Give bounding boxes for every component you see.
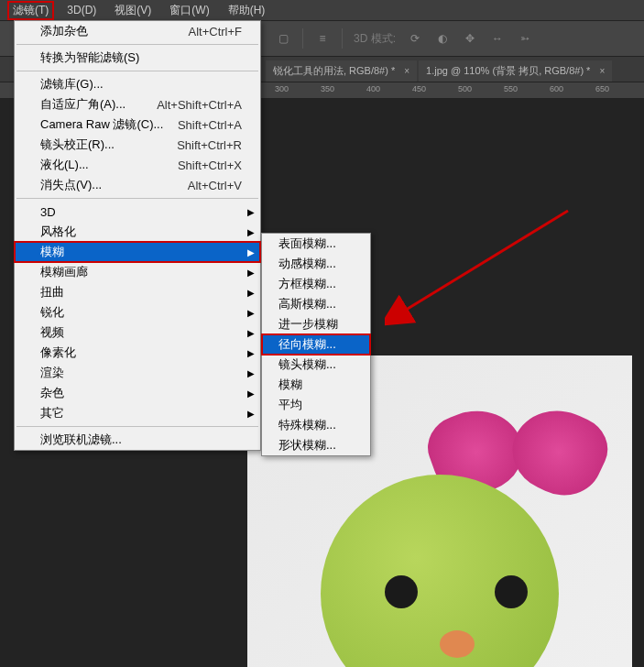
- menu-item[interactable]: 锐化▶: [15, 302, 260, 323]
- menu-shortcut: Alt+Ctrl+F: [188, 25, 242, 38]
- submenu-arrow-icon: ▶: [247, 308, 255, 318]
- menu-item-label: 扭曲: [40, 284, 64, 301]
- menu-item[interactable]: 模糊▶: [15, 242, 260, 262]
- menu-item-label: 消失点(V)...: [40, 177, 102, 193]
- menu-view[interactable]: 视图(V): [109, 1, 157, 20]
- submenu-item-label: 特殊模糊...: [278, 417, 336, 433]
- menu-item[interactable]: 浏览联机滤镜...: [15, 430, 260, 450]
- menu-item-label: 自适应广角(A)...: [40, 96, 126, 113]
- submenu-item[interactable]: 表面模糊...: [262, 234, 370, 254]
- menu-item[interactable]: 模糊画廊▶: [15, 262, 260, 282]
- menu-item-label: Camera Raw 滤镜(C)...: [40, 116, 163, 133]
- menu-item[interactable]: 视频▶: [15, 323, 260, 343]
- menu-item[interactable]: 转换为智能滤镜(S): [15, 48, 260, 68]
- submenu-item-label: 镜头模糊...: [278, 356, 336, 373]
- menu-item-label: 转换为智能滤镜(S): [40, 49, 139, 66]
- menu-item[interactable]: 液化(L)...Shift+Ctrl+X: [15, 155, 260, 175]
- submenu-item[interactable]: 径向模糊...: [262, 334, 370, 355]
- menu-shortcut: Alt+Shift+Ctrl+A: [157, 98, 242, 112]
- menu-help[interactable]: 帮助(H): [223, 1, 271, 20]
- 3d-mode-label: 3D 模式:: [354, 31, 396, 47]
- submenu-arrow-icon: ▶: [247, 348, 255, 358]
- orbit-icon[interactable]: ⟳: [407, 30, 423, 47]
- menu-item-label: 像素化: [40, 344, 76, 361]
- zoom-icon[interactable]: ➳: [517, 30, 533, 47]
- submenu-item-label: 表面模糊...: [278, 235, 336, 252]
- menu-item-label: 杂色: [40, 385, 64, 401]
- submenu-arrow-icon: ▶: [247, 368, 255, 378]
- menu-item[interactable]: 像素化▶: [15, 343, 260, 363]
- menu-shortcut: Alt+Ctrl+V: [188, 179, 242, 192]
- menu-item[interactable]: 滤镜库(G)...: [15, 74, 260, 94]
- ruler-tick: 450: [412, 84, 426, 93]
- menu-item[interactable]: 扭曲▶: [15, 282, 260, 302]
- submenu-arrow-icon: ▶: [247, 409, 255, 419]
- submenu-arrow-icon: ▶: [247, 207, 255, 217]
- unknown-tool-icon[interactable]: ▢: [275, 30, 291, 47]
- submenu-arrow-icon: ▶: [247, 288, 255, 298]
- submenu-item[interactable]: 镜头模糊...: [262, 355, 370, 375]
- tab-title: 锐化工具的用法, RGB/8#) *: [273, 64, 395, 78]
- submenu-item-label: 动感模糊...: [278, 256, 336, 272]
- menu-filter[interactable]: 滤镜(T): [7, 1, 54, 20]
- menu-separator: [16, 426, 258, 427]
- roll-icon[interactable]: ◐: [434, 30, 451, 47]
- document-tab[interactable]: 锐化工具的用法, RGB/8#) * ×: [266, 60, 417, 82]
- ruler-tick: 650: [595, 84, 609, 93]
- menu-item-label: 镜头校正(R)...: [40, 137, 115, 153]
- menu-item-label: 模糊画廊: [40, 264, 88, 280]
- close-icon[interactable]: ×: [404, 66, 409, 76]
- tab-title: 1.jpg @ 110% (背景 拷贝, RGB/8#) *: [426, 64, 590, 78]
- submenu-item[interactable]: 方框模糊...: [262, 274, 370, 294]
- menu-item-label: 模糊: [40, 244, 64, 260]
- submenu-item[interactable]: 平均: [262, 395, 370, 415]
- submenu-item[interactable]: 模糊: [262, 375, 370, 395]
- submenu-arrow-icon: ▶: [247, 388, 255, 399]
- submenu-arrow-icon: ▶: [247, 268, 255, 278]
- ruler-tick: 600: [550, 84, 563, 93]
- menu-item-label: 添加杂色: [40, 23, 88, 39]
- menu-item[interactable]: 其它▶: [15, 403, 260, 423]
- menu-item[interactable]: 自适应广角(A)...Alt+Shift+Ctrl+A: [15, 94, 260, 115]
- menu-item-label: 渲染: [40, 365, 64, 381]
- menu-window[interactable]: 窗口(W): [164, 1, 214, 20]
- menu-item[interactable]: 杂色▶: [15, 383, 260, 403]
- slide-icon[interactable]: ↔: [489, 30, 506, 47]
- submenu-item-label: 平均: [278, 397, 302, 413]
- ruler-tick: 400: [366, 84, 380, 93]
- menu-item[interactable]: 添加杂色Alt+Ctrl+F: [15, 21, 260, 41]
- menu-item-label: 风格化: [40, 224, 76, 240]
- submenu-arrow-icon: ▶: [247, 247, 255, 257]
- submenu-arrow-icon: ▶: [247, 227, 255, 237]
- menu-item[interactable]: Camera Raw 滤镜(C)...Shift+Ctrl+A: [15, 115, 260, 135]
- menu-item-label: 锐化: [40, 304, 64, 321]
- menu-item[interactable]: 镜头校正(R)...Shift+Ctrl+R: [15, 135, 260, 155]
- menu-separator: [16, 198, 258, 199]
- filter-menu-dropdown: 添加杂色Alt+Ctrl+F转换为智能滤镜(S)滤镜库(G)...自适应广角(A…: [14, 20, 261, 451]
- menu-item-label: 视频: [40, 324, 64, 341]
- menu-3d[interactable]: 3D(D): [61, 2, 102, 18]
- panel-toggle-icon[interactable]: ≡: [314, 30, 331, 47]
- menu-shortcut: Shift+Ctrl+R: [177, 138, 242, 152]
- menu-item[interactable]: 消失点(V)...Alt+Ctrl+V: [15, 175, 260, 195]
- menu-item[interactable]: 风格化▶: [15, 222, 260, 242]
- submenu-item[interactable]: 动感模糊...: [262, 254, 370, 274]
- menu-item-label: 滤镜库(G)...: [40, 76, 104, 93]
- submenu-item-label: 进一步模糊: [278, 316, 338, 333]
- submenu-item[interactable]: 特殊模糊...: [262, 415, 370, 435]
- submenu-item-label: 形状模糊...: [278, 437, 336, 454]
- menu-item[interactable]: 3D▶: [15, 202, 260, 222]
- menu-item-label: 浏览联机滤镜...: [40, 432, 122, 448]
- menu-item-label: 3D: [40, 205, 56, 219]
- pan-icon[interactable]: ✥: [462, 30, 478, 47]
- menu-item[interactable]: 渲染▶: [15, 363, 260, 383]
- submenu-item[interactable]: 进一步模糊: [262, 314, 370, 334]
- submenu-item[interactable]: 形状模糊...: [262, 435, 370, 455]
- menu-shortcut: Shift+Ctrl+X: [178, 159, 242, 172]
- menu-shortcut: Shift+Ctrl+A: [178, 118, 242, 132]
- menu-item-label: 其它: [40, 405, 64, 421]
- close-icon[interactable]: ×: [599, 66, 605, 76]
- blur-submenu-dropdown: 表面模糊...动感模糊...方框模糊...高斯模糊...进一步模糊径向模糊...…: [261, 233, 371, 456]
- submenu-item[interactable]: 高斯模糊...: [262, 294, 370, 314]
- document-tab[interactable]: 1.jpg @ 110% (背景 拷贝, RGB/8#) * ×: [419, 60, 612, 82]
